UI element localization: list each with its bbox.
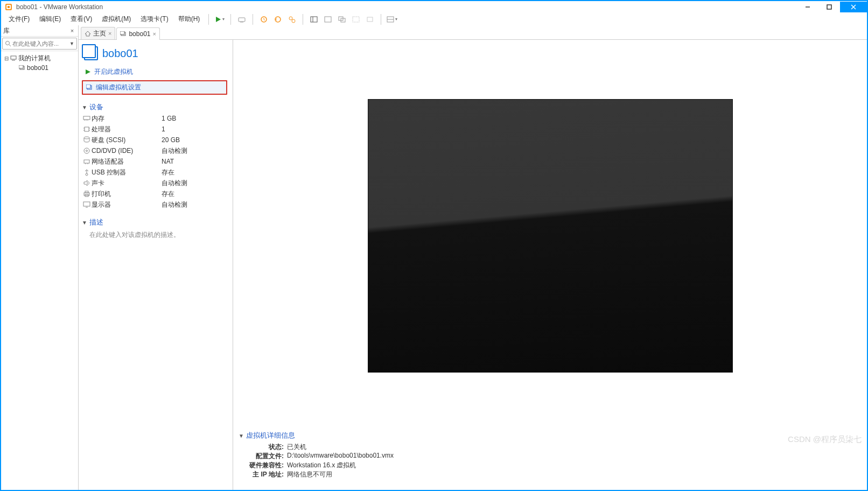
device-value: 存在: [162, 168, 174, 177]
vm-name: bobo01: [102, 47, 138, 60]
collapse-icon: ▼: [82, 220, 87, 226]
library-search-input[interactable]: [11, 40, 69, 47]
power-on-link[interactable]: 开启此虚拟机: [82, 66, 227, 78]
svg-line-24: [9, 45, 11, 46]
device-row-display[interactable]: 显示器自动检测: [82, 199, 227, 210]
collapse-icon: ▼: [82, 104, 87, 110]
vm-large-icon: [84, 46, 98, 60]
menu-help[interactable]: 帮助(H): [174, 13, 205, 25]
svg-rect-25: [11, 56, 16, 59]
devices-header[interactable]: ▼ 设备: [82, 101, 227, 113]
device-row-sound[interactable]: 声卡自动检测: [82, 178, 227, 188]
app-logo-icon: [4, 3, 13, 11]
tab-home[interactable]: 主页 ×: [81, 27, 115, 39]
device-row-cd[interactable]: CD/DVD (IDE)自动检测: [82, 145, 227, 156]
svg-point-44: [84, 137, 89, 139]
tree-root-my-computer[interactable]: ⊟ 我的计算机: [1, 53, 78, 63]
description-placeholder[interactable]: 在此处键入对该虚拟机的描述。: [82, 228, 227, 240]
view-seamless-button[interactable]: [363, 13, 376, 26]
menu-vm[interactable]: 虚拟机(M): [97, 13, 135, 25]
svg-rect-8: [239, 18, 245, 22]
svg-point-13: [292, 19, 295, 23]
edit-settings-icon: [86, 85, 93, 90]
device-row-usb[interactable]: USB 控制器存在: [82, 167, 227, 178]
svg-rect-54: [85, 191, 88, 193]
memory-icon: [82, 115, 92, 122]
svg-marker-29: [85, 31, 90, 36]
tree-item-label: bobo01: [27, 64, 48, 72]
vm-canvas-area: ▼ 虚拟机详细信息 状态:已关机 配置文件:D:\tools\vmware\bo…: [233, 40, 867, 490]
svg-rect-28: [19, 65, 23, 68]
detail-compat-v: Workstation 16.x 虚拟机: [287, 461, 356, 470]
vm-details: ▼ 虚拟机详细信息 状态:已关机 配置文件:D:\tools\vmware\bo…: [233, 427, 867, 490]
menu-file[interactable]: 文件(F): [4, 13, 34, 25]
vm-icon: [18, 65, 26, 71]
power-on-label: 开启此虚拟机: [94, 67, 133, 76]
device-label: 打印机: [92, 190, 162, 199]
tab-home-close[interactable]: ×: [108, 30, 111, 37]
menu-edit[interactable]: 编辑(E): [35, 13, 65, 25]
view-console-button[interactable]: [321, 13, 334, 26]
edit-settings-link[interactable]: 编辑虚拟机设置: [82, 80, 227, 95]
device-row-printer[interactable]: 打印机存在: [82, 188, 227, 199]
tree-collapse-icon[interactable]: ⊟: [3, 55, 10, 61]
device-label: 内存: [92, 114, 162, 123]
detail-state-v: 已关机: [287, 443, 306, 452]
vm-title: bobo01: [82, 44, 227, 64]
menu-view[interactable]: 查看(V): [66, 13, 96, 25]
power-on-button[interactable]: ▾: [213, 13, 226, 26]
device-row-cpu[interactable]: 处理器1: [82, 124, 227, 135]
view-unity-button[interactable]: [335, 13, 348, 26]
snapshot-manager-button[interactable]: [285, 13, 298, 26]
svg-point-50: [86, 173, 88, 176]
send-ctrl-alt-del-button[interactable]: [235, 13, 248, 26]
library-search[interactable]: ▼: [2, 38, 77, 50]
device-value: 1 GB: [162, 115, 176, 122]
device-row-memory[interactable]: 内存1 GB: [82, 113, 227, 124]
watermark: CSDN @程序员柒七: [788, 434, 862, 445]
search-icon: [5, 40, 11, 47]
display-icon: [82, 201, 92, 208]
svg-rect-56: [83, 202, 90, 206]
computer-icon: [10, 55, 17, 61]
svg-rect-16: [325, 17, 331, 22]
snapshot-button[interactable]: [257, 13, 270, 26]
snapshot-revert-button[interactable]: [271, 13, 284, 26]
play-icon: [85, 69, 91, 75]
svg-rect-35: [83, 116, 90, 120]
view-sidebar-button[interactable]: [307, 13, 320, 26]
tab-vm[interactable]: bobo01 ×: [116, 27, 159, 40]
menu-tabs[interactable]: 选项卡(T): [136, 13, 172, 25]
detail-compat-k: 硬件兼容性:: [239, 461, 284, 470]
net-icon: [82, 158, 92, 165]
tab-vm-label: bobo01: [129, 30, 150, 38]
device-label: 硬盘 (SCSI): [92, 136, 162, 145]
svg-rect-4: [827, 5, 831, 9]
device-value: 20 GB: [162, 136, 180, 144]
device-row-disk[interactable]: 硬盘 (SCSI)20 GB: [82, 135, 227, 145]
description-header[interactable]: ▼ 描述: [82, 216, 227, 228]
library-close-button[interactable]: ×: [68, 27, 76, 34]
vm-summary-panel: bobo01 开启此虚拟机 编辑虚拟机设置 ▼ 设备: [79, 40, 233, 490]
vm-screen-preview: [368, 99, 733, 373]
view-stretch-button[interactable]: ▾: [386, 13, 398, 26]
detail-state-k: 状态:: [239, 443, 284, 452]
maximize-button[interactable]: [818, 2, 840, 12]
svg-marker-7: [216, 17, 221, 22]
svg-rect-14: [311, 17, 317, 22]
svg-rect-19: [353, 17, 359, 22]
svg-point-46: [86, 150, 88, 152]
device-value: 1: [162, 125, 165, 133]
svg-rect-2: [8, 6, 10, 8]
vm-details-header-label: 虚拟机详细信息: [246, 431, 295, 440]
tab-bar: 主页 × bobo01 ×: [79, 25, 867, 40]
tab-vm-close[interactable]: ×: [152, 31, 156, 37]
minimize-button[interactable]: [797, 2, 818, 12]
tree-item-bobo01[interactable]: bobo01: [1, 63, 78, 73]
view-fullscreen-button[interactable]: [349, 13, 362, 26]
close-button[interactable]: [840, 2, 867, 12]
edit-settings-label: 编辑虚拟机设置: [96, 83, 141, 92]
device-row-net[interactable]: 网络适配器NAT: [82, 156, 227, 167]
search-dropdown-icon[interactable]: ▼: [69, 41, 74, 46]
vm-details-header[interactable]: ▼ 虚拟机详细信息: [239, 431, 862, 440]
